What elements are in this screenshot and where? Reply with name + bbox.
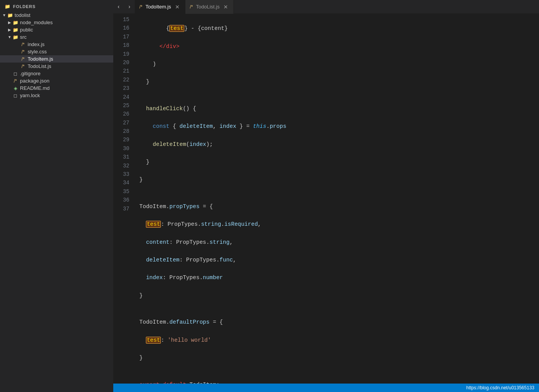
sidebar-label-yarn-lock: yarn.lock xyxy=(20,93,40,98)
expand-arrow-public: ▶ xyxy=(7,28,12,32)
expand-arrow-node-modules: ▶ xyxy=(7,20,12,25)
tab-todoitem-js[interactable]: /* TodoItem.js ✕ xyxy=(135,0,185,14)
sidebar-item-style-css[interactable]: ▶ /* style.css xyxy=(0,48,113,55)
sidebar-header: 📁 FOLDERS xyxy=(0,0,113,12)
editor-area: ‹ › /* TodoItem.js ✕ /* TodoList.js ✕ 15… xyxy=(113,0,539,392)
sidebar-label-todoitem-js: TodoItem.js xyxy=(28,56,53,62)
file-icon-package-json: /* xyxy=(12,78,18,84)
spacer-gitignore: ▶ xyxy=(7,71,12,76)
sidebar-label-todolist-js: TodoList.js xyxy=(28,63,51,69)
tab-icon-todoitem-js: /* xyxy=(139,4,142,10)
tab-nav-next[interactable]: › xyxy=(124,0,135,14)
expand-arrow-src: ▼ xyxy=(7,35,12,39)
sidebar-label-style-css: style.css xyxy=(28,49,47,55)
sidebar-item-yarn-lock[interactable]: ▶ ◻ yarn.lock xyxy=(0,92,113,99)
file-icon-style-css: /* xyxy=(20,49,26,55)
file-icon-gitignore: ◻ xyxy=(12,71,18,76)
tab-close-todoitem-js[interactable]: ✕ xyxy=(174,4,180,10)
sidebar-label-src: src xyxy=(20,34,26,40)
sidebar-item-public[interactable]: ▶ 📁 public xyxy=(0,26,113,33)
sidebar-label-todolist: todolist xyxy=(15,12,30,18)
code-content[interactable]: {test} - {content} </div> ) } handleClic… xyxy=(133,14,539,384)
file-icon-todoitem-js: /* xyxy=(20,56,26,62)
sidebar-item-gitignore[interactable]: ▶ ◻ .gitignore xyxy=(0,70,113,77)
tab-nav-prev[interactable]: ‹ xyxy=(113,0,124,14)
sidebar-label-public: public xyxy=(20,27,33,33)
bottom-bar: https://blog.csdn.net/u013565133 xyxy=(113,384,539,392)
sidebar-item-todolist[interactable]: ▼ 📁 todolist xyxy=(0,12,113,19)
sidebar-folder-icon: 📁 xyxy=(5,4,11,9)
line-numbers: 15 16 17 18 19 20 21 22 23 24 25 26 27 2… xyxy=(113,14,133,384)
sidebar-item-todolist-js[interactable]: ▶ /* TodoList.js xyxy=(0,63,113,70)
file-tree: ▼ 📁 todolist ▶ 📁 node_modules ▶ 📁 public… xyxy=(0,12,113,392)
file-icon-readme-md: ◈ xyxy=(12,86,18,91)
sidebar-label-package-json: package.json xyxy=(20,78,50,84)
sidebar-item-src[interactable]: ▼ 📁 src xyxy=(0,33,113,41)
sidebar-item-node-modules[interactable]: ▶ 📁 node_modules xyxy=(0,19,113,26)
sidebar-label-node-modules: node_modules xyxy=(20,20,53,25)
sidebar: 📁 FOLDERS ▼ 📁 todolist ▶ 📁 node_modules … xyxy=(0,0,113,392)
sidebar-label-readme-md: README.md xyxy=(20,85,50,91)
sidebar-item-readme-md[interactable]: ▶ ◈ README.md xyxy=(0,84,113,92)
sidebar-title: FOLDERS xyxy=(13,4,36,9)
file-icon-index-js: /* xyxy=(20,42,26,47)
spacer-index-js: ▶ xyxy=(15,42,20,46)
folder-icon-src: 📁 xyxy=(12,35,18,40)
bottom-url: https://blog.csdn.net/u013565133 xyxy=(466,385,534,390)
tab-close-todolist-js[interactable]: ✕ xyxy=(223,4,229,10)
spacer-yarn-lock: ▶ xyxy=(7,93,12,98)
sidebar-item-index-js[interactable]: ▶ /* index.js xyxy=(0,41,113,48)
sidebar-item-package-json[interactable]: ▶ /* package.json xyxy=(0,77,113,84)
tab-label-todolist-js: TodoList.js xyxy=(196,4,220,10)
folder-icon-node-modules: 📁 xyxy=(12,20,18,25)
expand-arrow-todolist: ▼ xyxy=(2,13,7,17)
folder-icon-public: 📁 xyxy=(12,27,18,33)
tab-label-todoitem-js: TodoItem.js xyxy=(145,4,171,10)
tab-todolist-js[interactable]: /* TodoList.js ✕ xyxy=(185,0,234,14)
folder-icon-todolist: 📁 xyxy=(7,13,13,18)
spacer-todolist-js: ▶ xyxy=(15,64,20,68)
sidebar-label-gitignore: .gitignore xyxy=(20,71,40,76)
tab-icon-todolist-js: /* xyxy=(190,4,193,10)
spacer-todoitem-js: ▶ xyxy=(15,57,20,61)
file-icon-todolist-js: /* xyxy=(20,64,26,69)
spacer-package-json: ▶ xyxy=(7,79,12,83)
spacer-style-css: ▶ xyxy=(15,50,20,54)
tab-bar: ‹ › /* TodoItem.js ✕ /* TodoList.js ✕ xyxy=(113,0,539,14)
sidebar-label-index-js: index.js xyxy=(28,41,45,47)
code-editor: 15 16 17 18 19 20 21 22 23 24 25 26 27 2… xyxy=(113,14,539,384)
sidebar-item-todoitem-js[interactable]: ▶ /* TodoItem.js xyxy=(0,55,113,63)
spacer-readme-md: ▶ xyxy=(7,86,12,90)
file-icon-yarn-lock: ◻ xyxy=(12,93,18,98)
